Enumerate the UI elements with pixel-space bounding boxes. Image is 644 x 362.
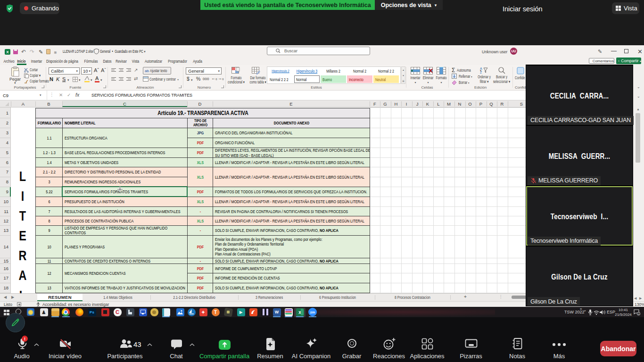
svg-text:Z: Z: [480, 71, 482, 74]
svg-text:A: A: [480, 67, 482, 70]
svg-text:1: 1: [638, 313, 639, 315]
